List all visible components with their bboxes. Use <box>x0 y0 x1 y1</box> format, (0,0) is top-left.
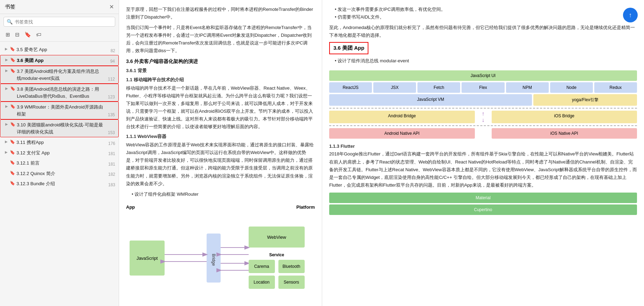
sidebar-item-item-3-11[interactable]: ▶🔖3.11 携程App176 <box>0 137 119 148</box>
sidebar-item-label: 3.10 美团猫眼android模块化实战-可能是最详细的模块化实战 <box>17 121 103 135</box>
arch-ios-native-block: iOS Native API <box>492 128 637 139</box>
arch-dashed-sep <box>329 108 637 109</box>
sidebar-item-item-3-5[interactable]: ▶🔖3.5 爱奇艺 App82 <box>0 44 119 55</box>
doc-para-1: 至于原理，回想一下我们在注册远程服务的过程中，同时将本进程的RemoteTran… <box>126 6 315 21</box>
down-arrow-icon: ↓ <box>482 117 485 123</box>
search-input[interactable] <box>15 19 112 25</box>
sidebar-item-number: 183 <box>105 182 115 187</box>
item-arrow-icon: ▶ <box>5 122 9 126</box>
sidebar-item-item-3-12-2[interactable]: 🔖3.12.2 Quinox 简介182 <box>0 168 119 179</box>
add-page-icon[interactable]: ⊟ <box>14 31 21 39</box>
arch-row-bridge: Android Bridge ↑ ↓ iOS Bridge <box>329 111 637 123</box>
sensors-label: Sensors <box>284 280 299 285</box>
sidebar: 书签 ✕ 🔍 ⊞ ⊟ 🔖 🏷 ▶🔖3.5 爱奇艺 App82▶🔖3.6 美团 A… <box>0 0 119 306</box>
bookmark-icon: 🔖 <box>10 47 15 51</box>
bullet-meituan-event: • 设计了组件消息总线 modular-event <box>335 57 637 65</box>
arch-android-native-block: Android Native API <box>329 128 475 139</box>
right-summary: 至此，Andromeda核心的原理我们就分析完了，虽然有些问题有待完善，但它已经… <box>329 24 637 39</box>
bookmark-icon: 🔖 <box>10 139 15 144</box>
arch-row-cupertino: Cupertino <box>329 204 637 215</box>
sidebar-item-number: 176 <box>105 141 115 146</box>
bridge-label: Bridge <box>211 253 216 266</box>
sidebar-item-number: 181 <box>105 162 115 167</box>
bullet-ipc: • 发这一次事件需要多次IPC调用效率低，有优化空间。 <box>335 6 637 13</box>
service-label: Service <box>269 252 284 257</box>
bookmark-icon: 🔖 <box>10 181 15 186</box>
sidebar-item-label: 3.12.2 Quinox 简介 <box>16 170 103 177</box>
float-icon: ↑ <box>629 12 632 19</box>
sidebar-item-label: 3.12 支付宝 App <box>16 149 103 157</box>
arch-bridge-arrows: ↑ ↓ <box>476 111 490 123</box>
sidebar-item-number: 123 <box>105 95 115 99</box>
search-icon: 🔍 <box>7 19 13 25</box>
bookmark-icon: 🔖 <box>10 150 15 155</box>
arch-diagram: JavaScript UI ReactJSJSXFetchFlexNPMNode… <box>329 70 637 139</box>
sidebar-item-number: 182 <box>105 172 115 177</box>
arch-android-bridge-block: Android Bridge <box>329 111 475 123</box>
bookmark-icon: 🔖 <box>10 104 15 109</box>
bookmark-icon: 🔖 <box>10 122 15 127</box>
platform-diagram-container: App Platform JavaScript Bridge <box>126 204 315 305</box>
body-text-1: 移动端的跨平台技术不是一个新话题，早在几年前，WebView容器、React N… <box>126 84 315 131</box>
bookmark-icon: 🔖 <box>10 171 15 175</box>
item-arrow-icon: ▶ <box>5 104 9 108</box>
meituan-section-title: 3.6 美团 App <box>333 45 364 51</box>
item-arrow-icon: ▶ <box>5 69 9 72</box>
location-label: Location <box>254 280 269 285</box>
doc-para-2: 当我们订阅一个事件时，只是将Event名称和监听器存储在了本进程的RemoteT… <box>126 24 315 55</box>
doc-right-panel: • 发这一次事件需要多次IPC调用效率低，有优化空间。 • 仍需要书写AIDL文… <box>322 0 644 306</box>
arch-dashed-sep-2 <box>329 125 637 126</box>
sidebar-item-label: 3.12.1 前言 <box>16 160 103 167</box>
arch-row-libs: ReactJSJSXFetchFlexNPMNodeRedux <box>329 82 637 93</box>
bluetooth-label: Bluetooth <box>283 264 300 269</box>
sidebar-item-label: 3.6 美团 App <box>17 57 103 64</box>
flutter-text: 2018年Google推出Flutter，通过Dart语言构建一套跨平台的开发组… <box>329 150 637 189</box>
sidebar-search-box[interactable]: 🔍 <box>4 17 115 27</box>
up-arrow-icon: ↑ <box>482 111 485 117</box>
bookmark-outline-icon[interactable]: 🏷 <box>35 31 43 39</box>
sidebar-item-label: 3.5 爱奇艺 App <box>16 46 103 53</box>
sidebar-item-number: 153 <box>105 130 115 135</box>
sidebar-toolbar: ⊞ ⊟ 🔖 🏷 <box>0 29 119 42</box>
platform-platform-label: Platform <box>296 204 315 210</box>
section-parent: 3.6 外卖客户端容器化架构的演进 <box>126 58 315 65</box>
sidebar-item-label: 3.7 美团Android组件化方案及组件消息总线modular-event实战 <box>17 68 103 82</box>
platform-js-label: JavaScript <box>137 256 158 261</box>
sidebar-item-item-3-12[interactable]: ▶🔖3.12 支付宝 App181 <box>0 148 119 158</box>
webview-box-label: WebView <box>267 235 286 240</box>
sidebar-item-item-3-6[interactable]: ▶🔖3.6 美团 App94 <box>0 55 119 66</box>
sidebar-item-label: 3.11 携程App <box>16 139 103 146</box>
sidebar-item-item-3-10[interactable]: ▶🔖3.10 美团猫眼android模块化实战-可能是最详细的模块化实战153 <box>0 119 119 137</box>
arch-lib-block-fetch: Fetch <box>417 82 460 93</box>
arch-ios-bridge-block: iOS Bridge <box>492 111 637 123</box>
platform-app-label: App <box>126 204 135 210</box>
sidebar-close-button[interactable]: ✕ <box>109 4 114 10</box>
arch-row-native: Android Native API iOS Native API <box>329 128 637 139</box>
bookmark-fill-icon[interactable]: 🔖 <box>23 31 33 39</box>
item-arrow-icon: ▶ <box>5 140 8 144</box>
add-section-icon[interactable]: ⊞ <box>4 31 12 39</box>
arch-cupertino-block: Cupertino <box>329 204 637 215</box>
bullet-aidl: • 仍需要书写AIDL文件。 <box>335 13 637 21</box>
sidebar-item-item-3-9[interactable]: ▶🔖3.9 WMRouter：美团外卖Android开源路由框架135 <box>0 102 119 119</box>
bookmark-icon: 🔖 <box>10 57 15 62</box>
arch-lib-block-reactjs: ReactJS <box>329 82 372 93</box>
sidebar-item-item-3-12-3[interactable]: 🔖3.12.3 Bundle 介绍183 <box>0 179 119 189</box>
item-arrow-icon: ▶ <box>5 150 8 154</box>
sidebar-header: 书签 ✕ <box>0 0 119 14</box>
arch-row-material: Material <box>329 193 637 203</box>
arch-row-vm: JavaScript VM yoga/Flex引擎 <box>329 94 637 106</box>
bookmark-icon: 🔖 <box>10 160 15 165</box>
platform-svg: JavaScript Bridge <box>126 213 315 304</box>
sidebar-item-item-3-12-1[interactable]: 🔖3.12.1 前言181 <box>0 158 119 168</box>
item-arrow-icon: ▶ <box>5 47 8 51</box>
arch-jsvm-block: JavaScript VM <box>329 94 532 106</box>
doc-left-panel: 至于原理，回想一下我们在注册远程服务的过程中，同时将本进程的RemoteTran… <box>119 0 322 306</box>
sidebar-item-number: 82 <box>105 48 115 53</box>
sidebar-item-item-3-8[interactable]: ▶🔖3.8 美团Android消息总线的演进之路：用LiveDataBus替代R… <box>0 84 119 102</box>
sidebar-title: 书签 <box>5 4 15 10</box>
sidebar-item-number: 94 <box>105 59 115 64</box>
float-scroll-button[interactable]: ↑ <box>623 8 638 22</box>
sidebar-item-label: 3.8 美团Android消息总线的演进之路：用LiveDataBus替代RxB… <box>17 86 103 99</box>
sidebar-item-item-3-7[interactable]: ▶🔖3.7 美团Android组件化方案及组件消息总线modular-event… <box>0 66 119 84</box>
